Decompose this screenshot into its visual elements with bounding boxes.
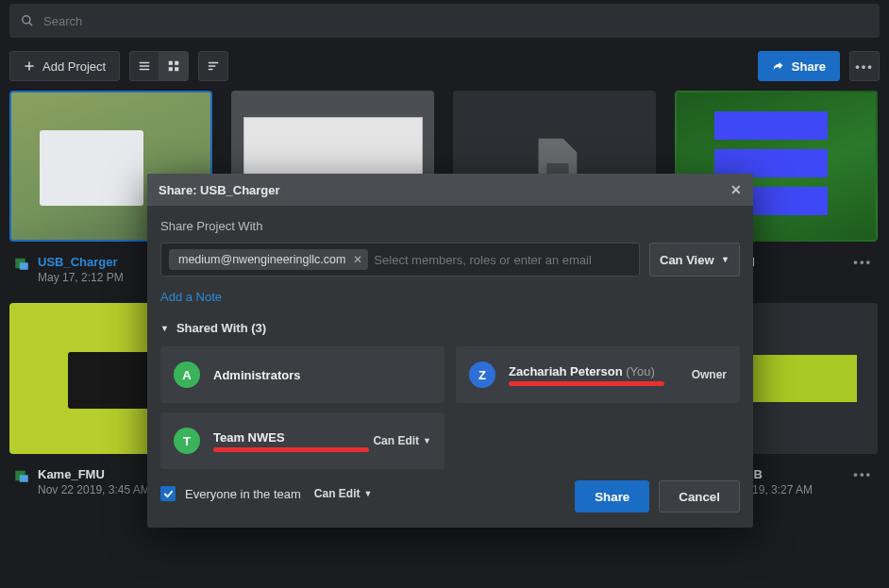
- chevron-down-icon: ▼: [423, 436, 431, 445]
- share-recipients-input[interactable]: medium@nwengineeringllc.com ✕: [160, 243, 640, 277]
- avatar: T: [174, 428, 200, 454]
- recipients-text-input[interactable]: [374, 253, 631, 267]
- member-name-text: Zachariah Peterson: [509, 364, 623, 378]
- everyone-role-dropdown[interactable]: Can Edit ▼: [314, 487, 373, 500]
- shared-member-row: T Team NWES Can Edit ▼: [160, 412, 444, 469]
- modal-overlay: Share: USB_Charger ✕ Share Project With …: [0, 0, 889, 588]
- member-role-dropdown[interactable]: Can Edit ▼: [373, 434, 431, 447]
- dialog-title: Share: USB_Charger: [159, 183, 280, 197]
- dialog-header: Share: USB_Charger ✕: [147, 174, 753, 206]
- member-name: Zachariah Peterson (You): [509, 364, 679, 378]
- redacted-line: [213, 447, 369, 452]
- member-name: Team NWES: [213, 430, 360, 445]
- chevron-down-icon: ▼: [364, 489, 373, 498]
- cancel-button[interactable]: Cancel: [659, 480, 740, 512]
- shared-member-row: Z Zachariah Peterson (You) Owner: [456, 346, 740, 403]
- add-note-link[interactable]: Add a Note: [160, 290, 222, 304]
- avatar: A: [174, 361, 200, 388]
- redacted-line: [509, 381, 664, 386]
- shared-with-label: Shared With (3): [176, 321, 266, 335]
- shared-member-row: A Administrators: [160, 346, 444, 403]
- member-role-label: Owner: [692, 368, 727, 381]
- permission-selected: Can View: [660, 253, 714, 267]
- you-tag: (You): [626, 364, 655, 378]
- share-button[interactable]: Share: [575, 480, 649, 512]
- member-name: Administrators: [213, 368, 431, 382]
- permission-dropdown[interactable]: Can View ▼: [649, 243, 740, 277]
- everyone-checkbox[interactable]: [160, 486, 176, 501]
- member-role-label: Can Edit: [373, 434, 419, 447]
- chevron-down-icon: ▼: [160, 324, 169, 333]
- everyone-label: Everyone in the team: [185, 487, 301, 501]
- share-with-label: Share Project With: [160, 219, 740, 233]
- share-dialog: Share: USB_Charger ✕ Share Project With …: [147, 174, 753, 528]
- recipient-chip-text: medium@nwengineeringllc.com: [178, 253, 345, 266]
- everyone-role-label: Can Edit: [314, 487, 361, 500]
- close-icon[interactable]: ✕: [730, 182, 742, 197]
- avatar: Z: [469, 361, 495, 388]
- chevron-down-icon: ▼: [721, 255, 730, 264]
- shared-with-toggle[interactable]: ▼ Shared With (3): [160, 321, 740, 335]
- chip-remove-icon[interactable]: ✕: [353, 253, 362, 266]
- recipient-chip: medium@nwengineeringllc.com ✕: [169, 249, 368, 270]
